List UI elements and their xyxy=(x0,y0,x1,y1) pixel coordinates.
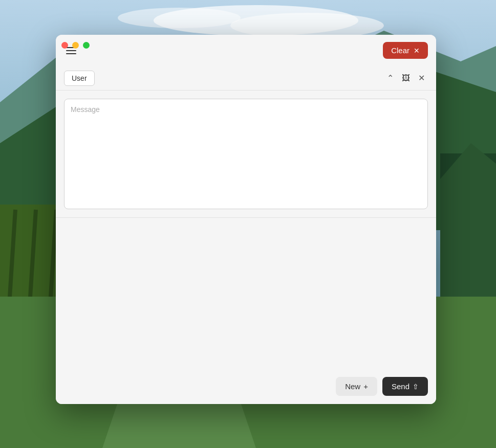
hamburger-line-2 xyxy=(66,50,76,51)
arrow-up-icon: ⇧ xyxy=(413,383,419,391)
user-row-actions: ⌃ 🖼 ✕ xyxy=(384,70,428,86)
traffic-light-green[interactable] xyxy=(83,42,90,49)
user-label: User xyxy=(72,74,87,82)
message-input[interactable] xyxy=(64,99,428,209)
user-tag: User xyxy=(64,71,95,86)
collapse-button[interactable]: ⌃ xyxy=(384,70,397,86)
svg-point-3 xyxy=(118,8,241,28)
traffic-lights xyxy=(61,42,90,49)
main-window: Clear ✕ User ⌃ 🖼 ✕ xyxy=(56,35,436,404)
footer: New + Send ⇧ xyxy=(56,369,436,404)
clear-label: Clear xyxy=(391,46,409,55)
traffic-light-red[interactable] xyxy=(61,42,68,49)
new-button[interactable]: New + xyxy=(336,377,377,396)
plus-icon: + xyxy=(363,382,368,391)
x-icon: ✕ xyxy=(418,73,425,83)
chevron-up-icon: ⌃ xyxy=(387,73,394,83)
bottom-area xyxy=(56,217,436,369)
send-button[interactable]: Send ⇧ xyxy=(382,377,428,396)
document-button[interactable]: 🖼 xyxy=(399,70,413,86)
traffic-light-yellow[interactable] xyxy=(72,42,79,49)
user-row: User ⌃ 🖼 ✕ xyxy=(56,66,436,91)
send-label: Send xyxy=(392,382,409,391)
new-label: New xyxy=(345,382,360,391)
title-bar: Clear ✕ xyxy=(56,35,436,66)
close-conversation-button[interactable]: ✕ xyxy=(415,70,428,86)
conversation-area: User ⌃ 🖼 ✕ xyxy=(56,66,436,217)
document-icon: 🖼 xyxy=(402,74,410,83)
clear-button[interactable]: Clear ✕ xyxy=(383,42,428,59)
hamburger-line-3 xyxy=(66,53,76,54)
close-icon: ✕ xyxy=(414,47,420,55)
message-area xyxy=(56,91,436,217)
